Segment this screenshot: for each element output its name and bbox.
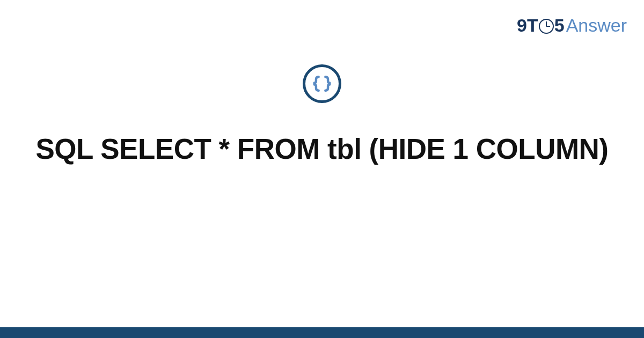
page-title: SQL SELECT * FROM tbl (HIDE 1 COLUMN) — [35, 131, 608, 168]
main-content: SQL SELECT * FROM tbl (HIDE 1 COLUMN) — [0, 64, 644, 168]
brand-nine: 9 — [517, 15, 527, 36]
brand-logo: 9 T 5 Answer — [517, 15, 627, 36]
brand-t: T — [527, 15, 538, 36]
curly-braces-icon — [312, 74, 332, 94]
brand-five: 5 — [554, 15, 565, 36]
clock-icon — [539, 19, 554, 34]
braces-icon — [303, 64, 341, 103]
brand-answer: Answer — [566, 15, 627, 36]
footer-bar — [0, 327, 644, 338]
